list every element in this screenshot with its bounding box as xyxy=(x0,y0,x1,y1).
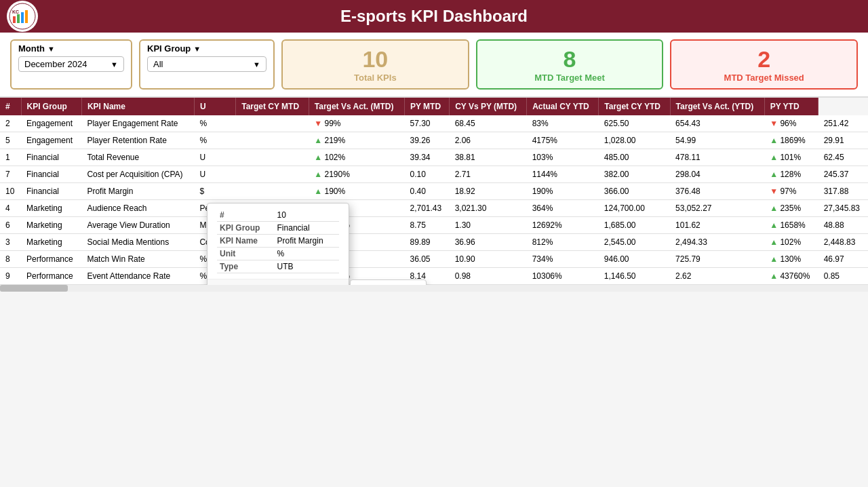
cell-name: Average View Duration xyxy=(81,217,194,234)
kpi-total-card: 10 Total KPIs xyxy=(281,39,469,90)
cell-py-mtd2: 18.92 xyxy=(450,183,527,200)
context-menu-popup: # 10 KPI Group Financial KPI Name Profit… xyxy=(207,203,349,285)
cell-py-mtd2: 1.30 xyxy=(450,217,527,234)
cell-target-vs-act-ytd: ▲ 235% xyxy=(764,200,818,217)
cell-num: 10 xyxy=(0,183,21,200)
cell-target-cy-ytd: 654.43 xyxy=(670,115,764,132)
cell-py-ytd: 48.88 xyxy=(818,217,868,234)
kpi-missed-label: MTD Target Missed xyxy=(698,73,829,83)
table-row[interactable]: 6 Marketing Average View Duration Minute… xyxy=(0,217,868,234)
cell-target-cy-ytd: 2,494.33 xyxy=(670,234,764,251)
cell-actual-cy-ytd: 382.00 xyxy=(599,166,670,183)
cell-group: Financial xyxy=(21,149,81,166)
cell-target-cy-ytd: 478.11 xyxy=(670,149,764,166)
kpi-group-label: KPI Group xyxy=(147,43,191,54)
kpi-group-dropdown-icon[interactable]: ▼ xyxy=(193,45,201,53)
cell-target-cy-ytd: 101.62 xyxy=(670,217,764,234)
cell-target-vs-act-ytd: ▼ 96% xyxy=(764,115,818,132)
table-row[interactable]: 1 Financial Total Revenue U ▲ 102% 39.34… xyxy=(0,149,868,166)
cell-group: Engagement xyxy=(21,115,81,132)
cell-py-mtd: 0.10 xyxy=(404,166,449,183)
cell-unit: U xyxy=(194,149,235,166)
tooltip-type-label: Type xyxy=(217,260,275,273)
col-actual-cy-ytd: Actual CY YTD xyxy=(527,98,599,115)
cell-target-cy-ytd: 298.04 xyxy=(670,166,764,183)
cell-target-cy-ytd: 53,052.27 xyxy=(670,200,764,217)
kpi-total-label: Total KPIs xyxy=(310,73,441,83)
cell-group: Marketing xyxy=(21,217,81,234)
cell-cy-vs-py: 190% xyxy=(527,183,599,200)
cell-num: 2 xyxy=(0,115,21,132)
kpi-table: # KPI Group KPI Name U Target CY MTD Tar… xyxy=(0,98,868,285)
table-row[interactable]: 9 Performance Event Attendance Rate % 10… xyxy=(0,268,868,285)
cell-actual-cy-ytd: 366.00 xyxy=(599,183,670,200)
col-py-ytd: PY YTD xyxy=(764,98,818,115)
cell-target-vs-act-ytd: ▲ 128% xyxy=(764,166,818,183)
cell-py-mtd2: 68.45 xyxy=(450,115,527,132)
cell-name: Social Media Mentions xyxy=(81,234,194,251)
cell-group: Engagement xyxy=(21,132,81,149)
tooltip-kpi-name-value: Profit Margin xyxy=(275,235,339,248)
kpi-meet-card: 8 MTD Target Meet xyxy=(476,39,664,90)
tooltip-num: 10 xyxy=(275,209,339,222)
table-row[interactable]: 10 Financial Profit Margin $ ▲ 190% 0.40… xyxy=(0,183,868,200)
cell-py-ytd: 317.88 xyxy=(818,183,868,200)
cell-cy-vs-py: 12692% xyxy=(527,217,599,234)
cell-actual-cy-ytd: 1,028.00 xyxy=(599,132,670,149)
cell-py-ytd: 251.42 xyxy=(818,115,868,132)
month-dropdown-icon[interactable]: ▼ xyxy=(47,45,55,53)
cell-name: Cost per Acquisition (CPA) xyxy=(81,166,194,183)
cell-group: Performance xyxy=(21,268,81,285)
cell-cy-vs-py: 1144% xyxy=(527,166,599,183)
cell-target-vs-act-mtd: ▼ 99% xyxy=(309,115,404,132)
kpi-meet-value: 8 xyxy=(505,46,635,73)
table-row[interactable]: 5 Engagement Player Retention Rate % ▲ 2… xyxy=(0,132,868,149)
cell-target-cy-ytd: 725.79 xyxy=(670,251,764,268)
cell-name: Event Attendance Rate xyxy=(81,268,194,285)
cell-target-vs-act-ytd: ▲ 101% xyxy=(764,149,818,166)
cell-py-ytd: 29.91 xyxy=(818,132,868,149)
cell-actual-cy-ytd: 2,545.00 xyxy=(599,234,670,251)
cell-unit: U xyxy=(194,166,235,183)
cell-unit: % xyxy=(194,132,235,149)
table-row[interactable]: 4 Marketing Audience Reach People 11,000… xyxy=(0,200,868,217)
svg-rect-2 xyxy=(13,16,16,23)
cell-target-vs-act-mtd: ▲ 219% xyxy=(309,132,404,149)
kpi-group-select[interactable]: All ▼ xyxy=(147,56,267,72)
table-row[interactable]: 8 Performance Match Win Rate % 80.00 ▲ 2… xyxy=(0,251,868,268)
kpi-meet-label: MTD Target Meet xyxy=(505,73,635,83)
kpi-definition-popup[interactable]: KPI Definition xyxy=(350,279,427,285)
cell-name: Audience Reach xyxy=(81,200,194,217)
cell-target-vs-act-ytd: ▲ 130% xyxy=(764,251,818,268)
col-kpi-group: KPI Group xyxy=(21,98,81,115)
month-chevron-icon: ▼ xyxy=(111,60,118,69)
cell-py-mtd: 2,701.43 xyxy=(404,200,449,217)
cell-py-mtd2: 2.06 xyxy=(450,132,527,149)
cell-num: 8 xyxy=(0,251,21,268)
cell-target-cy-mtd xyxy=(236,149,309,166)
table-row[interactable]: 7 Financial Cost per Acquisition (CPA) U… xyxy=(0,166,868,183)
cell-py-mtd: 8.75 xyxy=(404,217,449,234)
cell-cy-vs-py: 83% xyxy=(527,115,599,132)
drill-through-row[interactable]: ⊙ Drill through › KPI Definition xyxy=(208,279,349,285)
cell-target-cy-ytd: 54.99 xyxy=(670,132,764,149)
cell-target-vs-act-ytd: ▼ 97% xyxy=(764,183,818,200)
table-row[interactable]: 2 Engagement Player Engagement Rate % ▼ … xyxy=(0,115,868,132)
page-title: E-sports KPI Dashboard xyxy=(340,7,528,26)
month-select[interactable]: December 2024 ▼ xyxy=(18,56,124,72)
cell-py-mtd2: 2.71 xyxy=(450,166,527,183)
cell-target-vs-act-mtd: ▲ 102% xyxy=(309,149,404,166)
cell-target-cy-mtd xyxy=(236,166,309,183)
cell-target-cy-ytd: 2.62 xyxy=(670,268,764,285)
col-target-vs-act-ytd: Target Vs Act. (YTD) xyxy=(670,98,764,115)
table-row[interactable]: 3 Marketing Social Media Mentions Count … xyxy=(0,234,868,251)
cell-num: 4 xyxy=(0,200,21,217)
cell-py-mtd: 39.26 xyxy=(404,132,449,149)
kpi-total-value: 10 xyxy=(310,46,441,73)
cell-cy-vs-py: 364% xyxy=(527,200,599,217)
cell-target-vs-act-mtd: ▲ 2190% xyxy=(309,166,404,183)
cell-target-vs-act-ytd: ▲ 1869% xyxy=(764,132,818,149)
col-target-cy-ytd: Target CY YTD xyxy=(599,98,670,115)
tooltip-unit-label: Unit xyxy=(217,248,275,260)
cell-py-mtd2: 0.98 xyxy=(450,268,527,285)
